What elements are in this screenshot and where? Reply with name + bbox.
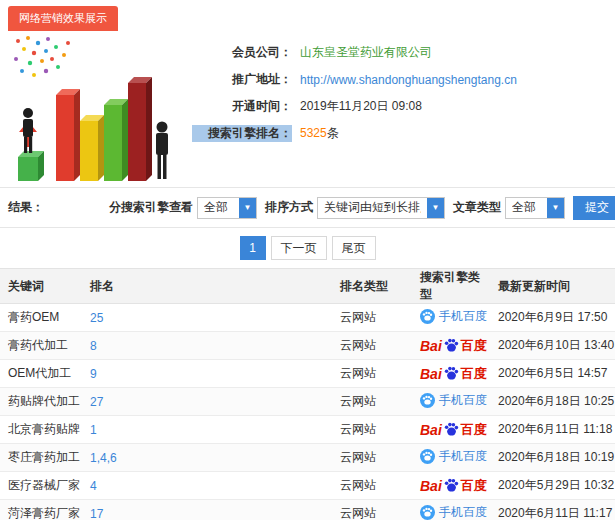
- engine-filter-label: 分搜索引擎查看: [109, 199, 193, 216]
- update-time-cell: 2020年6月11日 11:18: [490, 416, 615, 444]
- mobile-baidu-icon: [420, 393, 435, 408]
- table-row: 膏药OEM 25 云网站 手机百度 2020年6月9日 17:50: [0, 304, 615, 332]
- rank-link[interactable]: 25: [90, 311, 103, 325]
- update-time-cell: 2020年6月9日 17:50: [490, 304, 615, 332]
- baidu-paw-icon: [444, 422, 459, 437]
- update-time-cell: 2020年6月5日 14:57: [490, 360, 615, 388]
- company-row: 会员公司： 山东皇圣堂药业有限公司: [192, 39, 517, 66]
- keyword-cell: 膏药OEM: [0, 304, 82, 332]
- rank-unit: 条: [327, 126, 339, 140]
- engine-cell: Bai百度: [412, 360, 490, 388]
- baidu-paw-icon: [444, 478, 459, 493]
- mobile-baidu-icon: [420, 505, 435, 520]
- rank-type-cell: 云网站: [332, 500, 412, 520]
- baidu-bai-text: Bai: [420, 366, 442, 382]
- sort-value: 关键词由短到长排序: [324, 199, 421, 216]
- engine-label: 手机百度: [439, 392, 487, 409]
- page-next-button[interactable]: 下一页: [271, 236, 327, 260]
- rank-link[interactable]: 9: [90, 367, 97, 381]
- engine-rank-label: 搜索引擎排名：: [192, 125, 292, 142]
- page-title-tab[interactable]: 网络营销效果展示: [8, 6, 118, 31]
- baidu-bai-text: Bai: [420, 338, 442, 354]
- rank-count: 5325: [300, 126, 327, 140]
- article-type-label: 文章类型: [453, 199, 501, 216]
- rank-link[interactable]: 27: [90, 395, 103, 409]
- engine-rank-value: 5325条: [300, 125, 339, 142]
- promo-url-row: 推广地址： http://www.shandonghuangshengtang.…: [192, 66, 517, 93]
- baidu-logo: Bai百度: [420, 365, 487, 383]
- submit-button[interactable]: 提交: [573, 196, 615, 220]
- promo-url-label: 推广地址：: [192, 71, 292, 88]
- baidu-du-text: 百度: [461, 337, 487, 355]
- update-time-cell: 2020年6月18日 10:25: [490, 388, 615, 416]
- table-row: 医疗器械厂家 4 云网站 Bai百度 2020年5月29日 10:32: [0, 472, 615, 500]
- mobile-baidu-icon: [420, 309, 435, 324]
- baidu-logo: Bai百度: [420, 477, 487, 495]
- rank-type-cell: 云网站: [332, 416, 412, 444]
- sort-label: 排序方式: [265, 199, 313, 216]
- chevron-down-icon: ▼: [427, 198, 444, 218]
- rank-type-cell: 云网站: [332, 388, 412, 416]
- rank-link[interactable]: 1: [90, 423, 97, 437]
- keyword-cell: OEM代加工: [0, 360, 82, 388]
- engine-cell: 手机百度: [412, 304, 490, 332]
- member-info-rows: 会员公司： 山东皇圣堂药业有限公司 推广地址： http://www.shand…: [192, 33, 517, 181]
- rank-link[interactable]: 4: [90, 479, 97, 493]
- rank-link[interactable]: 1,4,6: [90, 451, 117, 465]
- table-row: 北京膏药贴牌 1 云网站 Bai百度 2020年6月11日 11:18: [0, 416, 615, 444]
- col-update-time: 最新更新时间: [490, 269, 615, 304]
- keyword-ranking-table: 关键词 排名 排名类型 搜索引擎类型 最新更新时间 膏药OEM 25 云网站 手…: [0, 268, 615, 520]
- engine-cell: Bai百度: [412, 332, 490, 360]
- baidu-logo: Bai百度: [420, 421, 487, 439]
- update-time-cell: 2020年6月11日 11:17: [490, 500, 615, 520]
- baidu-du-text: 百度: [461, 365, 487, 383]
- engine-label: 手机百度: [439, 448, 487, 465]
- table-row: 药贴牌代加工 27 云网站 手机百度 2020年6月18日 10:25: [0, 388, 615, 416]
- bar-chart-shapes: [18, 77, 152, 181]
- engine-cell: Bai百度: [412, 416, 490, 444]
- col-rank-type: 排名类型: [332, 269, 412, 304]
- engine-label: 手机百度: [439, 504, 487, 520]
- table-row: OEM代加工 9 云网站 Bai百度 2020年6月5日 14:57: [0, 360, 615, 388]
- rank-type-cell: 云网站: [332, 444, 412, 472]
- engine-filter-select[interactable]: 全部 ▼: [197, 197, 257, 219]
- engine-cell: 手机百度: [412, 444, 490, 472]
- update-time-cell: 2020年5月29日 10:32: [490, 472, 615, 500]
- result-label: 结果：: [8, 199, 44, 216]
- chevron-down-icon: ▼: [239, 198, 256, 218]
- rank-type-cell: 云网站: [332, 304, 412, 332]
- keyword-cell: 医疗器械厂家: [0, 472, 82, 500]
- businessman-right: [156, 122, 168, 180]
- table-header-row: 关键词 排名 排名类型 搜索引擎类型 最新更新时间: [0, 269, 615, 304]
- engine-label: 手机百度: [439, 308, 487, 325]
- open-time-row: 开通时间： 2019年11月20日 09:08: [192, 93, 517, 120]
- baidu-logo: Bai百度: [420, 337, 487, 355]
- confetti-dots: [14, 36, 70, 77]
- rank-link[interactable]: 17: [90, 507, 103, 520]
- article-type-select[interactable]: 全部 ▼: [505, 197, 565, 219]
- baidu-bai-text: Bai: [420, 478, 442, 494]
- page-last-button[interactable]: 尾页: [332, 236, 376, 260]
- baidu-paw-icon: [444, 338, 459, 353]
- col-keyword: 关键词: [0, 269, 82, 304]
- rank-link[interactable]: 8: [90, 339, 97, 353]
- baidu-paw-icon: [444, 366, 459, 381]
- mobile-baidu-icon: [420, 449, 435, 464]
- promo-url-link[interactable]: http://www.shandonghuangshengtang.cn: [300, 73, 517, 87]
- keyword-cell: 膏药代加工: [0, 332, 82, 360]
- table-row: 枣庄膏药加工 1,4,6 云网站 手机百度 2020年6月18日 10:19: [0, 444, 615, 472]
- baidu-bai-text: Bai: [420, 422, 442, 438]
- pagination: 1 下一页 尾页: [0, 228, 615, 268]
- company-label: 会员公司：: [192, 44, 292, 61]
- engine-cell: 手机百度: [412, 500, 490, 520]
- company-link[interactable]: 山东皇圣堂药业有限公司: [300, 44, 432, 61]
- table-row: 膏药代加工 8 云网站 Bai百度 2020年6月10日 13:40: [0, 332, 615, 360]
- sort-select[interactable]: 关键词由短到长排序 ▼: [317, 197, 445, 219]
- marketing-chart-illustration: [4, 33, 176, 181]
- update-time-cell: 2020年6月18日 10:19: [490, 444, 615, 472]
- rank-type-cell: 云网站: [332, 472, 412, 500]
- keyword-cell: 北京膏药贴牌: [0, 416, 82, 444]
- keyword-cell: 菏泽膏药厂家: [0, 500, 82, 520]
- table-row: 菏泽膏药厂家 17 云网站 手机百度 2020年6月11日 11:17: [0, 500, 615, 520]
- page-current[interactable]: 1: [240, 236, 266, 260]
